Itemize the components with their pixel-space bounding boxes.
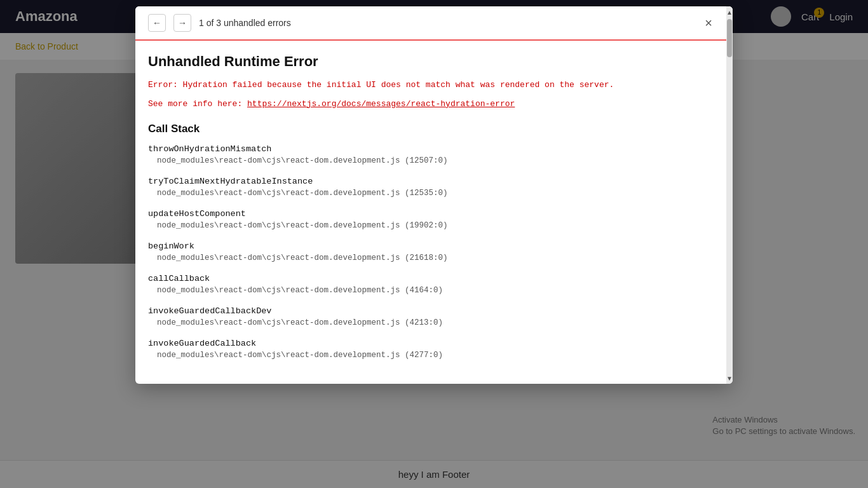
stack-file-path: node_modules\react-dom\cjs\react-dom.dev… bbox=[148, 189, 717, 198]
stack-fn-name: invokeGuardedCallback bbox=[148, 339, 717, 348]
stack-frame: beginWorknode_modules\react-dom\cjs\reac… bbox=[148, 241, 717, 262]
stack-frame: callCallbacknode_modules\react-dom\cjs\r… bbox=[148, 274, 717, 295]
stack-fn-name: invokeGuardedCallbackDev bbox=[148, 306, 717, 316]
close-modal-button[interactable]: × bbox=[705, 17, 712, 29]
modal-overlay: ▲ ▼ ← → 1 of 3 unhandled errors × Unhand… bbox=[0, 0, 868, 488]
scroll-up-arrow[interactable]: ▲ bbox=[726, 6, 733, 18]
stack-frame: updateHostComponentnode_modules\react-do… bbox=[148, 209, 717, 230]
stack-fn-name: updateHostComponent bbox=[148, 209, 717, 219]
error-count-label: 1 of 3 unhandled errors bbox=[199, 18, 697, 28]
scroll-down-arrow[interactable]: ▼ bbox=[726, 372, 733, 384]
modal-header: ← → 1 of 3 unhandled errors × bbox=[135, 6, 733, 41]
scrollbar-thumb[interactable] bbox=[727, 19, 732, 57]
error-title: Unhandled Runtime Error bbox=[148, 53, 717, 70]
stack-file-path: node_modules\react-dom\cjs\react-dom.dev… bbox=[148, 351, 717, 360]
prev-error-button[interactable]: ← bbox=[148, 14, 166, 32]
stack-file-path: node_modules\react-dom\cjs\react-dom.dev… bbox=[148, 254, 717, 262]
stack-frame: invokeGuardedCallbacknode_modules\react-… bbox=[148, 339, 717, 360]
stack-frame: invokeGuardedCallbackDevnode_modules\rea… bbox=[148, 306, 717, 327]
modal-body: Unhandled Runtime Error Error: Hydration… bbox=[135, 41, 733, 384]
stack-file-path: node_modules\react-dom\cjs\react-dom.dev… bbox=[148, 156, 717, 165]
stack-fn-name: beginWork bbox=[148, 241, 717, 251]
error-message: Error: Hydration failed because the init… bbox=[148, 79, 717, 92]
stack-frame: throwOnHydrationMismatchnode_modules\rea… bbox=[148, 144, 717, 165]
see-more-link[interactable]: https://nextjs.org/docs/messages/react-h… bbox=[247, 99, 515, 109]
call-stack-title: Call Stack bbox=[148, 123, 717, 135]
stack-file-path: node_modules\react-dom\cjs\react-dom.dev… bbox=[148, 221, 717, 230]
stack-file-path: node_modules\react-dom\cjs\react-dom.dev… bbox=[148, 318, 717, 327]
stack-file-path: node_modules\react-dom\cjs\react-dom.dev… bbox=[148, 286, 717, 295]
see-more-prefix: See more info here: bbox=[148, 99, 247, 109]
error-modal: ▲ ▼ ← → 1 of 3 unhandled errors × Unhand… bbox=[135, 6, 733, 384]
stack-fn-name: throwOnHydrationMismatch bbox=[148, 144, 717, 154]
stack-fn-name: callCallback bbox=[148, 274, 717, 283]
modal-scrollbar[interactable]: ▲ ▼ bbox=[726, 6, 733, 384]
stack-frame: tryToClaimNextHydratableInstancenode_mod… bbox=[148, 177, 717, 198]
stack-frames: throwOnHydrationMismatchnode_modules\rea… bbox=[148, 144, 717, 360]
stack-fn-name: tryToClaimNextHydratableInstance bbox=[148, 177, 717, 186]
see-more-line: See more info here: https://nextjs.org/d… bbox=[148, 98, 717, 111]
next-error-button[interactable]: → bbox=[173, 14, 191, 32]
